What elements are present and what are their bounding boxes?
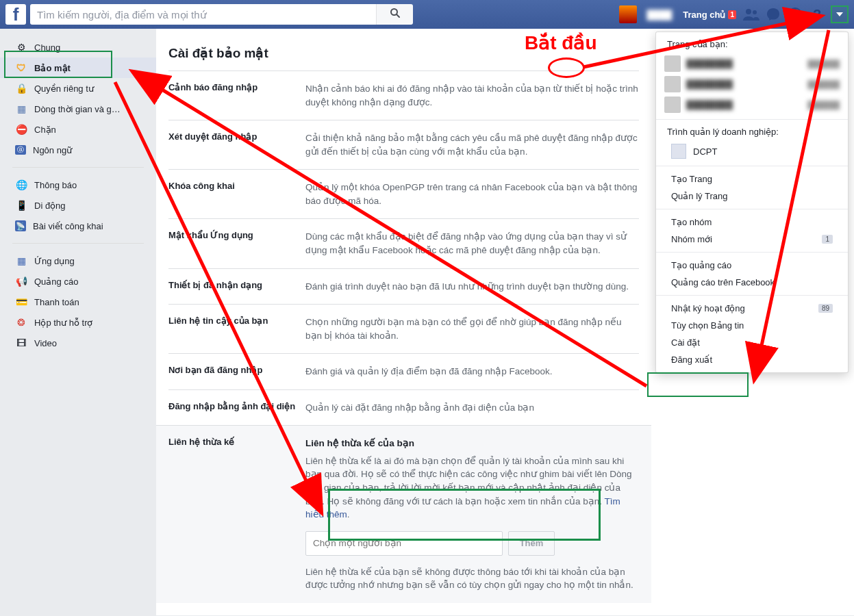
page-thumb — [664, 97, 681, 113]
settings-row[interactable]: Khóa công khaiQuản lý một khóa OpenPGP t… — [168, 169, 639, 218]
page-thumb — [664, 76, 681, 92]
sidebar-label: Chặn — [34, 125, 56, 135]
biz-name: DCPT — [693, 146, 717, 157]
sidebar-label: Dòng thời gian và g… — [34, 104, 121, 114]
sidebar-item-security[interactable]: 🛡Bảo mật — [0, 57, 156, 78]
biz-thumb — [671, 144, 686, 159]
sidebar-label: Bài viết công khai — [33, 221, 103, 231]
dropdown-item[interactable]: Tạo nhóm — [656, 214, 848, 231]
legacy-friend-input[interactable] — [305, 531, 503, 556]
sidebar-item-blocking[interactable]: ⛔Chặn — [0, 119, 156, 140]
search-input[interactable] — [30, 4, 376, 25]
settings-row[interactable]: Đăng nhập bằng ảnh đại diệnQuản lý cài đ… — [168, 389, 639, 426]
section-label: Đăng nhập bằng ảnh đại diện — [168, 401, 305, 415]
dropdown-item[interactable]: Tạo Trang — [656, 170, 848, 188]
sidebar-item-timeline[interactable]: ▦Dòng thời gian và g… — [0, 99, 156, 119]
sidebar-label: Thanh toán — [34, 297, 79, 307]
messenger-icon[interactable] — [764, 5, 783, 24]
settings-row[interactable]: Thiết bị đã nhận dạngĐánh giá trình duyệ… — [168, 268, 639, 305]
dd-biz-item[interactable]: DCPT — [656, 141, 848, 162]
chevron-down-icon — [836, 12, 843, 16]
sidebar-item-ads[interactable]: 📢Quảng cáo — [0, 271, 156, 292]
help-icon[interactable]: ? — [807, 5, 827, 24]
settings-row[interactable]: Liên hệ tin cậy của bạnChọn những người … — [168, 304, 639, 353]
lifesaver-icon: ❂ — [15, 316, 27, 329]
sidebar-label: Thông báo — [34, 180, 77, 190]
sidebar-item-general[interactable]: ⚙Chung — [0, 37, 156, 57]
dd-pages-heading: Trang của bạn: — [656, 36, 848, 53]
search-button[interactable] — [376, 4, 413, 25]
section-label: Xét duyệt đăng nhập — [168, 131, 305, 158]
gear-icon: ⚙ — [15, 41, 27, 53]
search-icon — [390, 9, 401, 21]
dropdown-item[interactable]: Tạo quảng cáo — [656, 257, 848, 274]
dd-page-item[interactable]: ██████████████ — [664, 94, 840, 115]
section-body: Nhận cảnh báo khi ai đó đăng nhập vào tà… — [305, 82, 639, 109]
section-body: Quản lý một khóa OpenPGP trên trang cá n… — [305, 181, 639, 207]
sidebar-label: Ứng dụng — [34, 256, 75, 266]
dd-biz-heading: Trình quản lý doanh nghiệp: — [656, 124, 848, 141]
grid-icon: ▦ — [15, 103, 27, 115]
topbar: f ████ Trang chủ 1 ? — [0, 0, 854, 29]
section-label: Nơi bạn đã đăng nhập — [168, 365, 305, 378]
sidebar-item-payments[interactable]: 💳Thanh toán — [0, 292, 156, 312]
count-badge: 89 — [818, 304, 833, 313]
dropdown-item[interactable]: Nhật ký hoạt động89 — [656, 300, 848, 317]
globe-icon: 🌐 — [15, 179, 27, 191]
profile-thumb[interactable] — [619, 5, 637, 23]
dd-page-item[interactable]: ██████████████ — [664, 74, 840, 94]
count-badge: 1 — [822, 235, 833, 244]
sidebar-item-support[interactable]: ❂Hộp thư hỗ trợ — [0, 312, 156, 333]
sidebar-item-videos[interactable]: 🎞Video — [0, 333, 156, 353]
facebook-logo[interactable]: f — [5, 4, 26, 25]
dd-page-item[interactable]: ██████████████ — [664, 53, 840, 74]
sidebar-label: Video — [34, 338, 57, 348]
account-dropdown-toggle[interactable] — [831, 5, 849, 23]
account-dropdown-menu: Trang của bạn: ██████████████ ██████████… — [655, 31, 849, 373]
dropdown-item[interactable]: Cài đặt — [656, 334, 848, 351]
legacy-heading: Liên hệ thừa kế của bạn — [305, 437, 639, 450]
settings-row[interactable]: Xét duyệt đăng nhậpCải thiện khả năng bả… — [168, 120, 639, 169]
dropdown-item[interactable]: Quảng cáo trên Facebook — [656, 274, 848, 291]
sidebar-item-language[interactable]: ⓐNgôn ngữ — [0, 140, 156, 160]
sidebar-item-followers[interactable]: 📡Bài viết công khai — [0, 216, 156, 236]
nav-right: ████ Trang chủ 1 ? — [619, 0, 849, 29]
sidebar-item-notifications[interactable]: 🌐Thông báo — [0, 175, 156, 195]
home-link[interactable]: Trang chủ 1 — [679, 10, 740, 20]
svg-line-1 — [397, 14, 399, 17]
sidebar-label: Quyền riêng tư — [34, 84, 94, 94]
section-label: Liên hệ tin cậy của bạn — [168, 316, 305, 342]
sidebar-label: Ngôn ngữ — [33, 145, 72, 155]
sidebar-item-mobile[interactable]: 📱Di động — [0, 195, 156, 216]
page-title: Cài đặt bảo mật — [168, 41, 639, 70]
legacy-note: Liên hệ thừa kế của bạn sẽ không được th… — [305, 565, 639, 592]
settings-row[interactable]: Cảnh báo đăng nhậpNhận cảnh báo khi ai đ… — [168, 70, 639, 120]
video-icon: 🎞 — [15, 337, 27, 349]
friends-icon[interactable] — [742, 5, 761, 24]
sidebar-item-privacy[interactable]: 🔒Quyền riêng tư — [0, 78, 156, 99]
megaphone-icon: 📢 — [15, 275, 27, 287]
settings-row[interactable]: Mật khẩu Ứng dụngDùng các mật khẩu đặc b… — [168, 218, 639, 268]
home-label: Trang chủ — [683, 10, 725, 20]
divider — [12, 167, 144, 168]
section-body: Chọn những người bạn mà bạn có thể gọi đ… — [305, 316, 639, 342]
dropdown-item[interactable]: Tùy chọn Bảng tin — [656, 317, 848, 334]
section-label: Thiết bị đã nhận dạng — [168, 280, 305, 294]
globe-icon[interactable] — [786, 5, 805, 24]
section-label: Liên hệ thừa kế — [168, 437, 305, 592]
section-label: Cảnh báo đăng nhập — [168, 82, 305, 109]
sidebar-item-apps[interactable]: ▦Ứng dụng — [0, 251, 156, 271]
page-thumb — [664, 55, 681, 72]
section-label: Mật khẩu Ứng dụng — [168, 230, 305, 257]
dropdown-item[interactable]: Đăng xuất — [656, 351, 848, 368]
section-body: Quản lý cài đặt đăng nhập bằng ảnh đại d… — [305, 401, 639, 415]
settings-row[interactable]: Nơi bạn đã đăng nhậpĐánh giá và quản lý … — [168, 353, 639, 389]
section-body: Đánh giá trình duyệt nào bạn đã lưu như … — [305, 280, 639, 294]
svg-point-2 — [746, 9, 751, 14]
settings-sidebar: ⚙Chung 🛡Bảo mật 🔒Quyền riêng tư ▦Dòng th… — [0, 29, 156, 615]
profile-name[interactable]: ████ — [640, 10, 679, 20]
add-button[interactable]: Thêm — [508, 531, 555, 556]
dropdown-item[interactable]: Nhóm mới1 — [656, 231, 848, 248]
dropdown-item[interactable]: Quản lý Trang — [656, 188, 848, 205]
rss-icon: 📡 — [15, 220, 26, 231]
